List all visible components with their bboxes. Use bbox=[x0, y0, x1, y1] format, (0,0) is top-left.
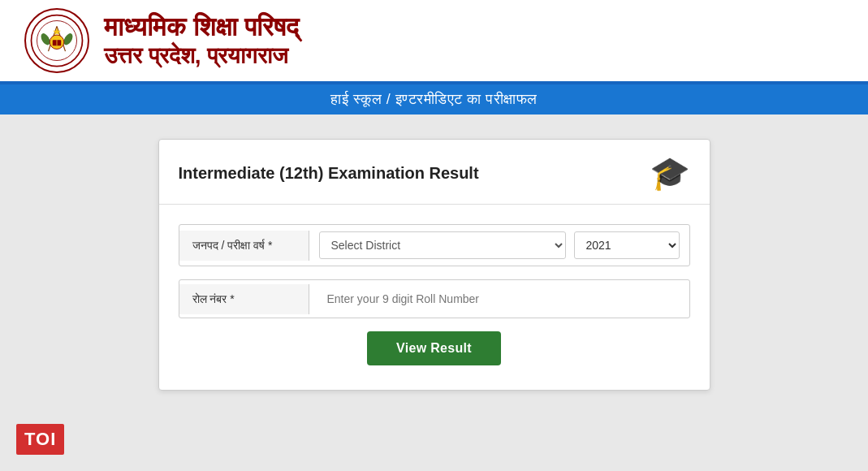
district-select[interactable]: Select District bbox=[319, 231, 566, 259]
main-content: Intermediate (12th) Examination Result 🎓… bbox=[0, 115, 868, 471]
toi-badge: TOI bbox=[16, 424, 64, 455]
blue-banner: हाई स्कूल / इण्टरमीडिएट का परीक्षाफल bbox=[0, 84, 868, 115]
header-text-block: माध्यमिक शिक्षा परिषद् उत्तर प्रदेश, प्र… bbox=[104, 11, 299, 70]
roll-input[interactable] bbox=[319, 287, 680, 311]
graduation-cap-icon: 🎓 bbox=[650, 154, 690, 192]
logo bbox=[24, 8, 89, 73]
year-select[interactable]: 2021 2020 2019 2018 bbox=[574, 231, 680, 259]
form-card-body: जनपद / परीक्षा वर्ष * Select District 20… bbox=[159, 205, 710, 390]
form-card: Intermediate (12th) Examination Result 🎓… bbox=[158, 139, 710, 391]
district-year-row: जनपद / परीक्षा वर्ष * Select District 20… bbox=[179, 224, 690, 266]
view-result-button[interactable]: View Result bbox=[367, 331, 501, 365]
header-title-line1: माध्यमिक शिक्षा परिषद् bbox=[104, 11, 299, 42]
district-label: जनपद / परीक्षा वर्ष * bbox=[179, 231, 309, 261]
form-card-title: Intermediate (12th) Examination Result bbox=[179, 164, 479, 183]
district-year-controls: Select District 2021 2020 2019 2018 bbox=[309, 225, 689, 266]
roll-controls bbox=[309, 280, 689, 318]
roll-number-row: रोल नंबर * bbox=[179, 279, 690, 318]
page-header: माध्यमिक शिक्षा परिषद् उत्तर प्रदेश, प्र… bbox=[0, 0, 868, 84]
roll-label: रोल नंबर * bbox=[179, 284, 309, 314]
form-card-header: Intermediate (12th) Examination Result 🎓 bbox=[159, 140, 710, 205]
header-title-line2: उत्तर प्रदेश, प्रयागराज bbox=[104, 42, 299, 70]
